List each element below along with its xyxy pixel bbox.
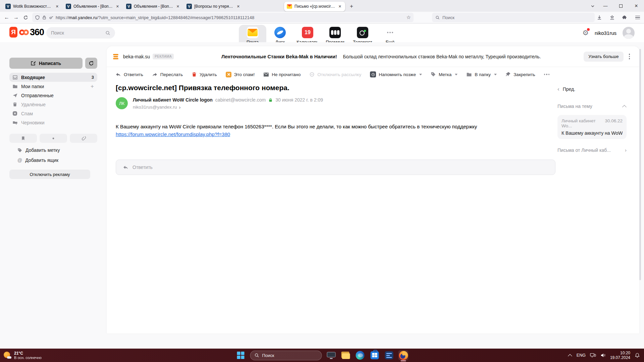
letters-from-sender-link[interactable]: Письма от Личный каб... ›: [557, 147, 627, 153]
ad-title[interactable]: Ленточнопильные Станки Beka-Mak в Наличи…: [221, 54, 337, 59]
toolbar-search-field[interactable]: Поиск: [432, 13, 595, 22]
language-indicator[interactable]: ENG: [577, 353, 586, 358]
tab-close-icon[interactable]: ✕: [175, 4, 180, 9]
ad-menu-icon[interactable]: [629, 54, 630, 59]
bookmark-star-icon[interactable]: ☆: [407, 14, 411, 20]
thread-section-header[interactable]: Письма на тему: [557, 104, 627, 109]
sender-avatar[interactable]: ЛК: [116, 97, 128, 109]
sidebar-item-inbox[interactable]: Входящие 3: [9, 73, 97, 82]
chevron-up-icon[interactable]: [622, 105, 627, 109]
taskbar-store[interactable]: [370, 350, 380, 360]
spam-button[interactable]: Это спам!: [226, 72, 255, 77]
taskbar-file-explorer[interactable]: [341, 350, 351, 360]
taskbar-search-field[interactable]: Поиск: [250, 351, 322, 360]
taskbar-firefox[interactable]: [398, 350, 409, 360]
settings-gear-icon[interactable]: ⚙: [582, 29, 589, 37]
sender-email[interactable]: cabinet@wowcircle.com: [215, 97, 266, 103]
filter-important-button[interactable]: [9, 134, 37, 143]
delete-button[interactable]: Удалить: [192, 72, 217, 77]
hidden-icons-chevron[interactable]: [568, 354, 572, 358]
taskbar-app-dark-window[interactable]: [326, 350, 336, 360]
tab-close-icon[interactable]: ✕: [55, 4, 60, 9]
sidebar-item-trash[interactable]: Удалённые: [9, 100, 97, 109]
sidebar-item-sent[interactable]: Отправленные: [9, 91, 97, 100]
quick-reply-field[interactable]: Ответить: [116, 160, 555, 175]
browser-tab[interactable]: V [Вопросы по утерянным акка ✕: [184, 2, 244, 11]
permissions-icon[interactable]: [49, 15, 54, 20]
disable-ads-button[interactable]: Отключить рекламу: [9, 170, 90, 179]
refresh-button[interactable]: [85, 58, 97, 69]
browser-tab-active[interactable]: Письмо «[cp.wowcircle.net] Пр ✕: [284, 2, 345, 11]
mail-page: Написать Входящие 3 Мои папки +: [0, 42, 644, 349]
browser-tab[interactable]: V Объявления - [Вопросы по ут ✕: [63, 2, 123, 11]
forum-favicon: V: [66, 4, 71, 9]
mail-search-field[interactable]: Поиск: [46, 27, 115, 39]
sidebar-item-my-folders[interactable]: Мои папки +: [9, 82, 97, 91]
reply-button[interactable]: Ответить: [115, 72, 143, 77]
sidebar-item-spam[interactable]: Спам: [9, 109, 97, 118]
thread-message-item[interactable]: Личный кабинет Wo... 30.06.22 К Вашему а…: [557, 115, 627, 139]
message-link[interactable]: https://forum.wowcircle.net/forumdisplay…: [116, 131, 230, 137]
pin-button[interactable]: Закрепить: [505, 72, 535, 77]
tab-close-icon[interactable]: ✕: [236, 4, 241, 9]
forward-button[interactable]: Переслать: [152, 72, 183, 77]
add-mailbox-action[interactable]: @ Добавить ящик: [17, 158, 97, 163]
clock-widget[interactable]: 10:20 19.07.2024: [610, 351, 630, 360]
menu-hamburger-icon[interactable]: [633, 13, 642, 22]
ad-cta-button[interactable]: Узнать больше: [584, 52, 623, 62]
sender-name[interactable]: Личный кабинет WoW Circle logon: [133, 97, 213, 103]
label-button[interactable]: Метка: [431, 72, 458, 77]
downloads-icon[interactable]: [595, 13, 604, 22]
content-card: beka-mak.su РЕКЛАМА Ленточнопильные Стан…: [107, 46, 639, 334]
envelope-icon: [263, 72, 269, 77]
tab-close-icon[interactable]: ✕: [337, 4, 342, 9]
forward-button[interactable]: →: [11, 13, 21, 22]
add-label-action[interactable]: Добавить метку: [17, 147, 97, 153]
ad-banner[interactable]: beka-mak.su РЕКЛАМА Ленточнопильные Стан…: [107, 46, 639, 67]
new-tab-button[interactable]: +: [347, 2, 356, 11]
remind-later-button[interactable]: Напомнить позже: [370, 71, 422, 77]
recipient-email[interactable]: niko31rus@yandex.ru: [133, 105, 177, 110]
add-folder-icon[interactable]: +: [91, 83, 94, 90]
taskbar-app-blue[interactable]: [384, 350, 394, 360]
sidebar-item-drafts[interactable]: Черновики: [9, 118, 97, 127]
window-minimize-button[interactable]: —: [598, 0, 613, 12]
unread-button[interactable]: Не прочитано: [263, 72, 301, 77]
compose-button[interactable]: Написать: [9, 58, 83, 69]
filter-unread-button[interactable]: [40, 134, 67, 143]
list-all-tabs-icon[interactable]: [588, 1, 598, 11]
library-icon[interactable]: [607, 13, 617, 22]
url-bar[interactable]: https://mail.yandex.ru/?utm_source=main_…: [32, 13, 414, 22]
page-scrollbar[interactable]: [639, 49, 641, 280]
avatar[interactable]: [623, 27, 635, 39]
toolbar-more-button[interactable]: [544, 74, 550, 75]
volume-icon[interactable]: [600, 353, 606, 358]
shield-icon[interactable]: [35, 15, 40, 20]
taskbar-edge[interactable]: [355, 350, 365, 360]
lock-icon[interactable]: [42, 15, 47, 20]
reload-button[interactable]: [21, 13, 30, 22]
network-icon[interactable]: [590, 353, 596, 358]
url-text[interactable]: https://mail.yandex.ru/?utm_source=main_…: [56, 15, 405, 20]
previous-message-button[interactable]: ‹ Пред.: [557, 86, 627, 93]
taskbar-center: Поиск: [236, 349, 409, 362]
yandex-360-logo[interactable]: Я 360: [9, 27, 44, 38]
window-close-button[interactable]: ✕: [629, 0, 644, 12]
yandex-rings-icon: [19, 29, 29, 35]
browser-tab[interactable]: V Wotlk Возможность восстанов ✕: [3, 2, 62, 11]
advertiser-domain[interactable]: beka-mak.su: [123, 54, 150, 59]
filter-attachments-button[interactable]: [70, 134, 97, 143]
notifications-bell-icon[interactable]: [635, 353, 640, 358]
browser-tab[interactable]: V Объявления - [Вопросы по ут ✕: [123, 2, 183, 11]
start-button[interactable]: [236, 350, 246, 360]
maximize-icon: [619, 4, 623, 8]
move-to-folder-button[interactable]: В папку: [466, 72, 497, 77]
tab-close-icon[interactable]: ✕: [115, 4, 120, 9]
weather-widget[interactable]: 21°C В осн. солнечно: [3, 351, 42, 360]
window-maximize-button[interactable]: [613, 0, 629, 12]
unsubscribe-button[interactable]: Отключить рассылку: [309, 72, 361, 77]
recipient-expand-icon[interactable]: ›: [179, 104, 181, 110]
extensions-puzzle-icon[interactable]: [620, 13, 630, 22]
back-button[interactable]: ←: [2, 13, 11, 22]
toolbar-right-icons: [595, 13, 644, 22]
